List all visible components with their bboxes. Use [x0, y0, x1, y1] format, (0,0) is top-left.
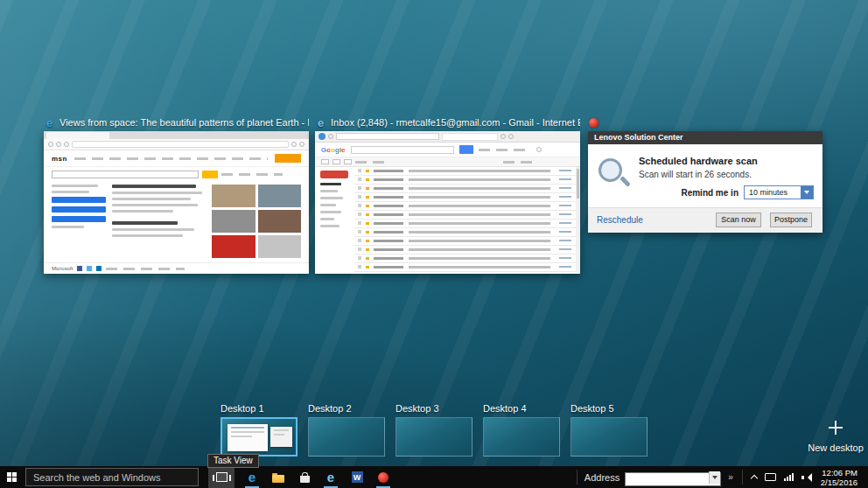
address-deskband: Address » [580, 471, 739, 485]
microsoft-brand: Microsoft [52, 266, 73, 271]
desktop-5-thumbnail[interactable] [570, 417, 648, 457]
remind-row: Remind me in 10 minutes [681, 185, 814, 199]
window-title-row [588, 116, 822, 129]
task-view-window-ie[interactable]: e Inbox (2,848) - rmetcalfe15@gmail.com … [315, 116, 580, 274]
car-photo [212, 235, 256, 258]
scrollbar [576, 167, 580, 272]
network-icon[interactable] [784, 473, 794, 481]
desktop-label: Desktop 1 [220, 403, 298, 414]
msn-search-button [202, 171, 218, 178]
desktop-label: Desktop 3 [396, 403, 472, 414]
word-icon: W [352, 471, 363, 483]
edge-icon: e [44, 117, 55, 129]
edge-tab-bar [44, 131, 309, 139]
desktop-1-tile[interactable]: Desktop 1 [220, 403, 298, 457]
signin-option-button [52, 197, 106, 203]
taskbar-lenovo-button[interactable] [370, 466, 396, 488]
address-dropdown-arrow[interactable] [709, 471, 720, 484]
remind-interval-select[interactable]: 10 minutes [744, 185, 814, 199]
desktop-2-tile[interactable]: Desktop 2 [308, 403, 385, 457]
taskbar-edge-button[interactable]: e [239, 466, 265, 488]
taskbar-file-explorer-button[interactable] [265, 466, 291, 488]
touch-keyboard-icon[interactable] [765, 473, 776, 481]
task-view-screen: e Views from space: The beautiful patter… [0, 0, 868, 488]
desktop-3-tile[interactable]: Desktop 3 [396, 403, 472, 457]
task-view-button[interactable] [208, 466, 234, 488]
hardware-scan-icon-handle [620, 176, 631, 187]
gmail-message-list [354, 167, 580, 272]
internet-explorer-icon: e [327, 471, 334, 484]
signin-option-button [52, 216, 106, 222]
postpone-button[interactable]: Postpone [770, 213, 812, 227]
volume-icon[interactable] [802, 473, 812, 482]
msn-logo: msn [52, 155, 67, 163]
msn-content [44, 181, 309, 262]
tray-expand-chevron-icon[interactable] [750, 475, 757, 482]
taskbar-store-button[interactable] [291, 466, 318, 488]
google-logo: Google [321, 146, 346, 154]
hardware-scan-icon [598, 158, 622, 182]
back-icon [318, 133, 326, 140]
task-view-window-edge[interactable]: e Views from space: The beautiful patter… [44, 116, 309, 274]
chevron-down-icon[interactable] [801, 186, 813, 199]
desktop-label: Desktop 4 [483, 403, 560, 414]
msn-signin-button [275, 154, 301, 163]
reschedule-link[interactable]: Reschedule [597, 215, 643, 225]
clock-time: 12:06 PM [822, 468, 858, 478]
window-title-row: e Views from space: The beautiful patter… [44, 116, 309, 129]
start-button[interactable] [0, 466, 24, 488]
taskbar-clock[interactable]: 12:06 PM 2/15/2016 [818, 468, 864, 487]
desktop-4-tile[interactable]: Desktop 4 [483, 403, 560, 457]
edge-window-thumbnail[interactable]: msn [44, 131, 309, 274]
system-tray [746, 473, 818, 482]
msn-footer: Microsoft [44, 262, 309, 274]
desktop-4-thumbnail[interactable] [483, 417, 560, 457]
deskband-overflow-chevron[interactable]: » [726, 472, 735, 482]
window-title: Views from space: The beautiful patterns… [60, 117, 309, 128]
desktop-5-tile[interactable]: Desktop 5 [570, 403, 648, 457]
clock-date: 2/15/2016 [821, 478, 858, 487]
new-desktop-button[interactable]: New desktop [807, 418, 864, 453]
new-desktop-label: New desktop [807, 443, 864, 453]
plus-icon [828, 420, 844, 436]
desktop-2-thumbnail[interactable] [308, 417, 385, 457]
divider [742, 470, 743, 485]
taskbar: e e W Address » [0, 466, 868, 488]
ie-window-thumbnail[interactable]: Google [315, 131, 580, 274]
remind-label: Remind me in [681, 188, 738, 198]
scan-now-button[interactable]: Scan now [716, 213, 761, 227]
desktop-3-thumbnail[interactable] [396, 417, 472, 457]
address-input[interactable] [625, 472, 721, 486]
taskbar-right-section: Address » 12:06 PM 2/15/2016 [574, 466, 868, 488]
remind-value: 10 minutes [749, 188, 788, 197]
twitter-icon [87, 266, 92, 271]
taskbar-internet-explorer-button[interactable]: e [318, 466, 344, 488]
desktop-label: Desktop 2 [308, 403, 385, 414]
facebook-icon [77, 266, 82, 271]
news-image-grid [212, 185, 301, 261]
linkedin-icon [96, 266, 102, 271]
window-title: Inbox (2,848) - rmetcalfe15@gmail.com - … [331, 117, 580, 128]
search-input[interactable] [25, 468, 199, 486]
msn-header: msn [44, 150, 309, 167]
gmail-toolbar [315, 157, 580, 167]
address-label: Address [584, 472, 620, 483]
taskbar-word-button[interactable]: W [344, 466, 370, 488]
desktop-1-thumbnail[interactable] [220, 417, 298, 457]
task-view-icon [216, 472, 228, 482]
store-bag-icon [300, 476, 310, 483]
divider [577, 470, 578, 485]
gmail-search-box [351, 146, 454, 154]
gmail-body [315, 167, 580, 272]
task-view-window-lenovo[interactable]: Lenovo Solution Center Scheduled hardwar… [588, 116, 822, 233]
mini-window [228, 424, 268, 451]
scan-heading: Scheduled hardware scan [639, 156, 758, 166]
lenovo-window-thumbnail[interactable]: Lenovo Solution Center Scheduled hardwar… [588, 131, 822, 233]
msn-search-row [44, 167, 309, 181]
lenovo-dialog-body: Scheduled hardware scan Scan will start … [588, 144, 822, 207]
gmail-sidebar [315, 167, 354, 272]
msn-search-box [52, 171, 199, 178]
desktop-label: Desktop 5 [570, 403, 648, 414]
mini-window [270, 427, 292, 447]
window-title-row: e Inbox (2,848) - rmetcalfe15@gmail.com … [315, 116, 580, 129]
